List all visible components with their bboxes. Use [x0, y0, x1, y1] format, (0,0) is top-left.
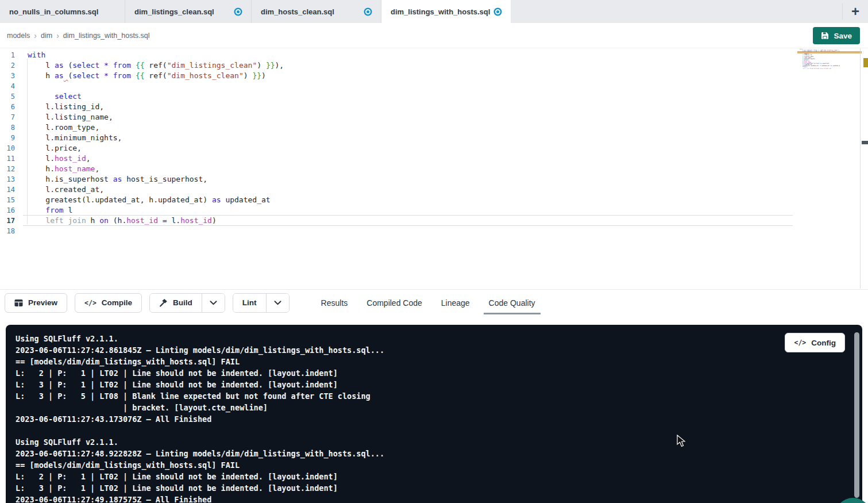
- code-line: [798, 70, 840, 71]
- tab-dim-listings-clean[interactable]: dim_listings_clean.sql: [125, 0, 252, 23]
- build-label: Build: [173, 298, 192, 307]
- lint-button[interactable]: Lint: [233, 294, 266, 312]
- line-number: 8: [0, 122, 23, 133]
- config-label: Config: [811, 339, 836, 347]
- line-number: 10: [0, 143, 23, 153]
- action-toolbar: Preview </> Compile Build Lint: [0, 289, 868, 316]
- code-line[interactable]: 5 select: [0, 91, 868, 102]
- unsaved-changes-icon: [237, 10, 240, 13]
- code-line[interactable]: 18: [0, 226, 868, 236]
- code-line[interactable]: 9 l.minimum_nights,: [0, 133, 868, 143]
- tab-compiled-code[interactable]: Compiled Code: [367, 290, 422, 316]
- line-number: 15: [0, 195, 23, 205]
- line-number: 5: [0, 91, 23, 102]
- tab-label: dim_listings_with_hosts.sql: [391, 7, 490, 16]
- chevron-down-icon: [210, 301, 217, 305]
- lint-output-terminal: Using SQLFluff v2.1.1. 2023-06-06T11:27:…: [6, 325, 862, 503]
- code-icon: </>: [84, 299, 97, 307]
- unsaved-changes-icon: [496, 10, 499, 13]
- code-line[interactable]: 15 greatest(l.updated_at, h.updated_at) …: [0, 195, 868, 205]
- editor-scrollbar-thumb[interactable]: [862, 141, 868, 144]
- build-split-button: Build: [149, 293, 225, 313]
- line-number: 4: [0, 81, 23, 91]
- code-line[interactable]: 4: [0, 81, 868, 91]
- tab-results[interactable]: Results: [321, 290, 348, 316]
- indent-guide: [27, 59, 28, 224]
- line-number: 14: [0, 185, 23, 195]
- code-line[interactable]: 11 l.host_id,: [0, 153, 868, 164]
- terminal-scrollbar-thumb[interactable]: [854, 332, 859, 498]
- code-icon: </>: [794, 339, 806, 347]
- tab-lineage[interactable]: Lineage: [441, 290, 470, 316]
- tab-code-quality[interactable]: Code Quality: [489, 290, 535, 316]
- compile-button[interactable]: </> Compile: [75, 293, 142, 313]
- tab-label: dim_listings_clean.sql: [134, 7, 214, 16]
- hammer-icon: [159, 298, 168, 307]
- save-button[interactable]: Save: [813, 27, 860, 44]
- code-lines: 1with2 l as (select * from {{ ref("dim_l…: [0, 50, 868, 236]
- code-line[interactable]: 2 l as (select * from {{ ref("dim_listin…: [0, 60, 868, 71]
- lint-split-button: Lint: [233, 293, 290, 313]
- code-line[interactable]: 12 h.host_name,: [0, 164, 868, 174]
- code-line[interactable]: 17 left join h on (h.host_id = l.host_id…: [0, 216, 868, 226]
- code-line[interactable]: 8 l.room_type,: [0, 122, 868, 133]
- code-line[interactable]: 13 h.is_superhost as host_is_superhost,: [0, 174, 868, 185]
- breadcrumb-file: dim_listings_with_hosts.sql: [63, 32, 150, 40]
- floppy-disk-icon: [821, 32, 829, 40]
- tab-label: no_nulls_in_columns.sql: [9, 7, 98, 16]
- code-line[interactable]: 7 l.listing_name,: [0, 112, 868, 122]
- code-line[interactable]: 10 l.price,: [0, 143, 868, 153]
- tab-dim-hosts-clean[interactable]: dim_hosts_clean.sql: [252, 0, 381, 23]
- code-line[interactable]: 14 l.created_at,: [0, 185, 868, 195]
- code-editor[interactable]: 1with2 l as (select * from {{ ref("dim_l…: [0, 48, 868, 289]
- build-dropdown-button[interactable]: [202, 294, 225, 312]
- chevron-right-icon: ›: [56, 31, 59, 40]
- tab-no-nulls-in-columns[interactable]: no_nulls_in_columns.sql: [0, 0, 125, 23]
- line-number: 1: [0, 50, 23, 60]
- tabbar-spacer: [511, 0, 842, 23]
- line-number: 9: [0, 133, 23, 143]
- line-number: 13: [0, 174, 23, 185]
- minimap[interactable]: with l as (select * from {{ ref("dim_lis…: [798, 49, 840, 71]
- dbt-ide-window: no_nulls_in_columns.sql dim_listings_cle…: [0, 0, 868, 503]
- tab-label: dim_hosts_clean.sql: [261, 7, 334, 16]
- results-panel-tabs: Results Compiled Code Lineage Code Quali…: [321, 290, 535, 316]
- chevron-right-icon: ›: [34, 31, 37, 40]
- tab-dim-listings-with-hosts[interactable]: dim_listings_with_hosts.sql: [381, 0, 511, 23]
- lint-label: Lint: [242, 298, 257, 307]
- new-tab-button[interactable]: +: [843, 0, 868, 23]
- build-button[interactable]: Build: [150, 294, 202, 312]
- editor-tabbar: no_nulls_in_columns.sql dim_listings_cle…: [0, 0, 868, 23]
- line-number: 7: [0, 112, 23, 122]
- table-icon: [14, 299, 23, 307]
- code-line[interactable]: 1with: [0, 50, 868, 60]
- scrollbar-warning-marker: [863, 58, 868, 67]
- compile-label: Compile: [102, 298, 132, 307]
- unsaved-changes-icon: [367, 10, 369, 13]
- line-number: 6: [0, 102, 23, 112]
- line-number: 16: [0, 205, 23, 216]
- line-number: 17: [0, 216, 23, 226]
- breadcrumb-bar: models › dim › dim_listings_with_hosts.s…: [0, 23, 868, 48]
- line-number: 18: [0, 226, 23, 236]
- code-line[interactable]: 6 l.listing_id,: [0, 102, 868, 112]
- terminal-output-text: Using SQLFluff v2.1.1. 2023-06-06T11:27:…: [6, 325, 862, 503]
- preview-label: Preview: [28, 298, 57, 307]
- save-label: Save: [834, 32, 852, 40]
- lint-dropdown-button[interactable]: [266, 294, 289, 312]
- line-number: 3: [0, 71, 23, 81]
- line-number: 2: [0, 60, 23, 71]
- breadcrumb-dim[interactable]: dim: [41, 32, 52, 40]
- code-line[interactable]: 16 from l: [0, 205, 868, 216]
- config-button[interactable]: </> Config: [785, 333, 845, 352]
- preview-button[interactable]: Preview: [5, 293, 67, 313]
- chevron-down-icon: [274, 301, 281, 305]
- code-line[interactable]: 3 h as (select * from {{ ref("dim_hosts_…: [0, 71, 868, 81]
- breadcrumb-models[interactable]: models: [7, 32, 30, 40]
- line-number: 11: [0, 153, 23, 164]
- line-number: 12: [0, 164, 23, 174]
- editor-scrollbar-track: [860, 48, 861, 289]
